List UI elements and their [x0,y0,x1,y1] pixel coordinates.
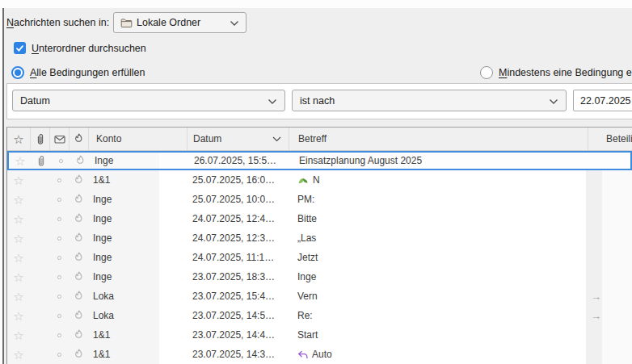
outgoing-arrow-icon: → [591,310,601,322]
chevron-down-icon [230,15,239,30]
message-row[interactable]: ☆ 1&1 23.07.2025, 14:4… Start → [7,325,632,345]
row-junk-cell[interactable] [69,306,88,325]
junk-icon [75,155,86,166]
row-betreff: Start [289,325,588,345]
message-row[interactable]: ☆ Inge 24.07.2025, 12:3… „Las → [7,228,632,248]
row-junk-cell[interactable] [69,190,88,209]
row-read-cell[interactable] [49,306,69,325]
row-junk-cell[interactable] [69,287,88,306]
read-dot-icon [57,236,61,241]
row-junk-cell[interactable] [69,248,88,267]
row-star-cell[interactable]: ☆ [7,325,30,345]
star-icon: ☆ [13,133,23,145]
column-header-konto[interactable]: Konto [88,128,187,150]
column-header-datum[interactable]: Datum [187,128,289,150]
row-junk-cell[interactable] [69,170,88,190]
row-junk-cell[interactable] [70,153,90,169]
star-icon: ☆ [13,232,23,245]
row-attachment-cell [30,267,49,287]
row-betreff: Vern [289,287,588,306]
row-junk-cell[interactable] [69,345,88,364]
row-attachment-cell [30,306,49,325]
condition-attribute-dropdown[interactable]: Datum [12,90,285,111]
row-star-cell[interactable]: ☆ [7,248,30,267]
row-read-cell[interactable] [49,325,69,345]
row-junk-cell[interactable] [69,228,88,248]
row-star-cell[interactable]: ☆ [7,287,30,306]
match-all-label: Alle Bedingungen erfüllen [30,67,145,78]
row-datum: 25.07.2025, 16:0… [187,170,289,190]
star-icon: ☆ [13,349,23,361]
read-dot-icon [57,295,61,299]
junk-icon [74,232,84,244]
message-row[interactable]: ☆ Loka 23.07.2025, 15:4… Vern → [7,287,632,306]
match-any-radio[interactable]: Mindestens eine Bedingung erfüllen [480,66,632,79]
search-messages-dialog: Nachrichten suchen in: Lokale Ordner Unt… [0,0,632,364]
row-star-cell[interactable]: ☆ [7,306,30,325]
junk-icon [74,133,84,144]
read-dot-icon [57,353,61,357]
condition-value-input[interactable] [573,90,632,111]
column-header-junk[interactable] [69,128,88,150]
message-row[interactable]: ☆ Loka 23.07.2025, 14:5… Re: → [7,306,632,325]
row-junk-cell[interactable] [69,325,88,345]
row-betreff: Einsatzplanung August 2025 [290,153,589,169]
row-betreff: Bitte [289,209,588,228]
row-read-cell[interactable] [49,345,69,364]
message-row[interactable]: ☆ Inge 24.07.2025, 12:4… Bitte [7,209,632,228]
row-betreff: Inge [289,267,588,287]
row-read-cell[interactable] [49,248,69,267]
search-subfolders-checkbox[interactable]: Unterordner durchsuchen [14,42,146,54]
column-header-star[interactable]: ☆ [7,128,30,150]
read-icon [54,135,65,144]
row-beteiligte: → [588,190,632,209]
row-star-cell[interactable]: ☆ [9,153,32,169]
message-row[interactable]: ☆ Inge 24.07.2025, 11:1… Jetzt [7,248,632,267]
column-header-read[interactable] [49,128,69,150]
row-star-cell[interactable]: ☆ [7,209,30,228]
row-read-cell[interactable] [49,267,69,287]
message-row[interactable]: ☆ Inge 25.07.2025, 10:0… PM: → [7,190,632,209]
read-dot-icon [57,256,61,260]
row-beteiligte: → [588,209,632,228]
row-star-cell[interactable]: ☆ [7,170,30,190]
row-datum: 23.07.2025, 14:3… [187,345,289,364]
message-row[interactable]: ☆ 1&1 23.07.2025, 14:3… Auto → [7,345,632,364]
column-header-attachment[interactable] [30,128,49,150]
row-betreff: Jetzt [289,248,588,267]
star-icon: ☆ [13,271,23,283]
window-edge-top [0,0,632,8]
condition-operator-dropdown[interactable]: ist nach [292,90,567,111]
column-header-betreff[interactable]: Betreff [289,128,588,150]
radio-selected-icon [11,66,24,79]
row-junk-cell[interactable] [69,267,88,287]
star-icon: ☆ [13,194,23,206]
row-star-cell[interactable]: ☆ [7,228,30,248]
star-icon: ☆ [13,174,23,186]
row-read-cell[interactable] [49,228,69,248]
row-junk-cell[interactable] [69,209,88,228]
match-all-radio[interactable]: Alle Bedingungen erfüllen [11,66,145,79]
row-attachment-cell [30,170,49,190]
message-row[interactable]: ☆ 1&1 25.07.2025, 16:0… N → [7,170,632,190]
row-read-cell[interactable] [49,170,69,190]
row-attachment-cell [32,153,51,169]
row-attachment-cell [30,190,49,209]
row-star-cell[interactable]: ☆ [7,267,30,287]
row-star-cell[interactable]: ☆ [7,190,30,209]
folder-dropdown[interactable]: Lokale Ordner [113,12,246,33]
message-row[interactable]: ☆ Inge 26.07.2025, 15:5… Einsatzplanung … [7,151,632,170]
outgoing-arrow-icon: → [591,291,601,303]
row-star-cell[interactable]: ☆ [7,345,30,364]
row-attachment-cell [30,228,49,248]
message-row[interactable]: ☆ Inge 23.07.2025, 18:3… Inge → [7,267,632,287]
row-attachment-cell [30,325,49,345]
row-read-cell[interactable] [49,190,69,209]
row-datum: 25.07.2025, 10:0… [187,190,289,209]
star-icon: ☆ [15,155,25,167]
row-read-cell[interactable] [49,209,69,228]
row-read-cell[interactable] [51,153,70,169]
row-read-cell[interactable] [49,287,69,306]
panel-splitter[interactable] [2,8,4,364]
column-header-beteiligte[interactable]: Beteiligte [588,128,632,150]
